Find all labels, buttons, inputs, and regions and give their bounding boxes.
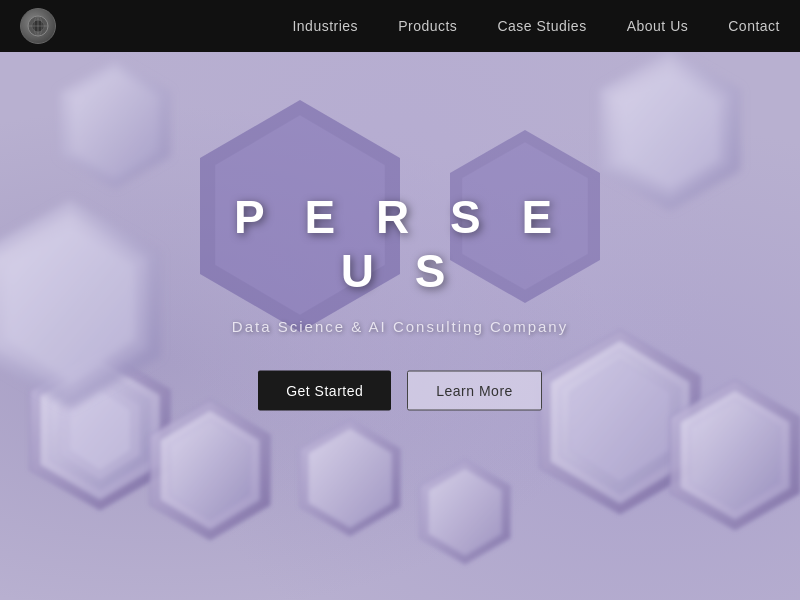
hero-section: Industries Products Case Studies About U… — [0, 0, 800, 600]
hero-buttons: Get Started Learn More — [200, 371, 600, 411]
hero-content: P E R S E U S Data Science & AI Consulti… — [200, 190, 600, 411]
nav-contact[interactable]: Contact — [728, 18, 780, 34]
nav-products[interactable]: Products — [398, 18, 457, 34]
logo[interactable] — [20, 8, 56, 44]
nav-case-studies[interactable]: Case Studies — [497, 18, 586, 34]
navbar: Industries Products Case Studies About U… — [0, 0, 800, 52]
get-started-button[interactable]: Get Started — [258, 371, 391, 411]
hero-title: P E R S E U S — [200, 190, 600, 298]
nav-links: Industries Products Case Studies About U… — [292, 18, 780, 34]
learn-more-button[interactable]: Learn More — [407, 371, 542, 411]
nav-about-us[interactable]: About Us — [627, 18, 689, 34]
nav-industries[interactable]: Industries — [292, 18, 358, 34]
hero-subtitle: Data Science & AI Consulting Company — [200, 318, 600, 335]
logo-icon — [26, 14, 50, 38]
